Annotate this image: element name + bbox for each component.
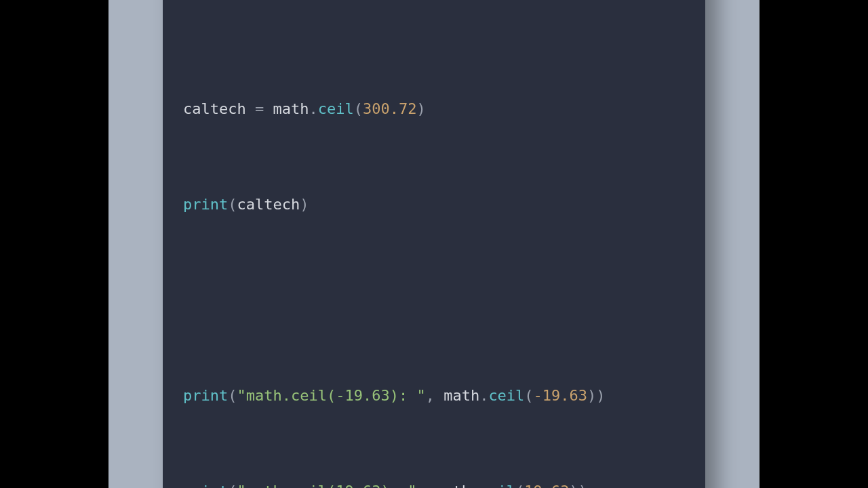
blank-line xyxy=(183,1,685,26)
number-literal: -19.63 xyxy=(534,387,587,404)
code-line: print("math.ceil(-19.63): ", math.ceil(-… xyxy=(183,384,685,407)
code-line: print(caltech) xyxy=(183,192,685,216)
number-literal: 300.72 xyxy=(363,100,416,117)
number-literal: 19.63 xyxy=(524,483,569,488)
func-print: print xyxy=(183,483,228,488)
func-ceil: ceil xyxy=(318,100,354,117)
code-line: print("math.ceil(19.63): ", math.ceil(19… xyxy=(183,479,685,488)
string-literal: "math.ceil(-19.63): " xyxy=(237,387,425,404)
code-line: caltech = math.ceil(300.72) xyxy=(183,97,685,121)
string-literal: "math.ceil(19.63): " xyxy=(237,483,416,488)
func-ceil: ceil xyxy=(479,483,515,488)
func-print: print xyxy=(183,387,228,404)
code-window: import math caltech = math.ceil(300.72) … xyxy=(163,0,705,488)
func-ceil: ceil xyxy=(488,387,524,404)
func-print: print xyxy=(183,196,228,213)
blank-line xyxy=(183,288,685,312)
identifier-caltech: caltech xyxy=(183,100,255,117)
stage-backdrop: import math caltech = math.ceil(300.72) … xyxy=(108,0,760,488)
code-block: import math caltech = math.ceil(300.72) … xyxy=(183,0,685,488)
